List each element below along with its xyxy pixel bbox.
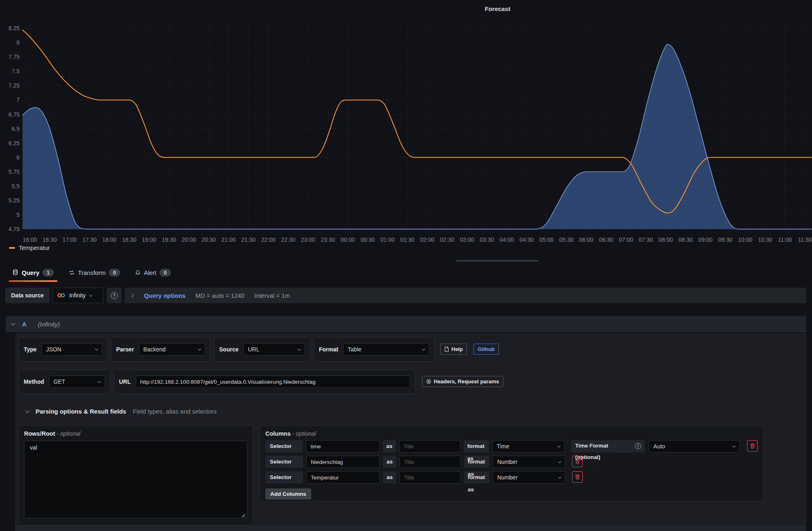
format-label: Format: [319, 346, 338, 353]
add-columns-button[interactable]: Add Columns: [265, 488, 311, 500]
format-as-label: format as: [464, 456, 489, 468]
svg-text:02:00: 02:00: [420, 236, 434, 243]
parser-value: Backend: [144, 346, 166, 353]
datasource-picker[interactable]: Infinity: [53, 288, 103, 303]
svg-text:16:30: 16:30: [43, 236, 57, 243]
columns-optional: - optional: [292, 430, 316, 437]
chevron-down-icon: [732, 444, 736, 447]
tab-alert[interactable]: Alert 0: [135, 267, 171, 282]
parser-select[interactable]: Backend: [139, 343, 205, 356]
collapse-chevron-icon: [25, 408, 29, 413]
forecast-chart: 8.2587.757.57.2576.756.56.2565.755.55.25…: [0, 0, 812, 259]
svg-text:08:30: 08:30: [678, 236, 693, 243]
source-label: Source: [219, 346, 238, 353]
column-format-select[interactable]: Number: [493, 456, 565, 468]
time-format-label: Time Format (optional) i: [571, 440, 645, 452]
parser-fieldset: Parser Backend: [111, 337, 211, 362]
column-row: Selector as format as Number: [265, 456, 758, 468]
column-format-value: Number: [497, 474, 518, 481]
chevron-down-icon: [557, 444, 560, 447]
format-value: Table: [348, 346, 361, 353]
delete-column-button[interactable]: [747, 440, 758, 452]
svg-text:01:30: 01:30: [400, 236, 415, 243]
query-row-header[interactable]: A (Infinity): [6, 316, 806, 332]
github-button[interactable]: Github: [473, 344, 499, 355]
svg-text:17:30: 17:30: [82, 236, 96, 243]
selector-label: Selector: [265, 456, 303, 468]
type-select[interactable]: JSON: [42, 343, 102, 356]
query-options-link[interactable]: Query options: [144, 292, 186, 299]
alias-input[interactable]: [399, 440, 460, 452]
chevron-down-icon: [298, 347, 301, 350]
forecast-panel: 8.2587.757.57.2576.756.56.2565.755.55.25…: [0, 0, 812, 259]
selector-input[interactable]: [306, 471, 380, 484]
svg-text:10:30: 10:30: [758, 236, 772, 243]
svg-text:03:00: 03:00: [460, 236, 474, 243]
info-circle-icon: i: [635, 443, 641, 449]
chevron-down-icon: [558, 475, 561, 478]
svg-text:5: 5: [16, 212, 20, 218]
svg-text:4.75: 4.75: [9, 226, 20, 232]
type-value: JSON: [46, 346, 61, 353]
svg-text:8: 8: [16, 39, 20, 46]
type-fieldset: Type JSON: [18, 337, 108, 362]
source-value: URL: [248, 346, 259, 353]
svg-text:6.75: 6.75: [9, 111, 20, 118]
parser-label: Parser: [116, 346, 134, 353]
database-icon: [12, 269, 18, 276]
format-select[interactable]: Table: [343, 343, 429, 356]
legend-label[interactable]: Temperatur: [19, 244, 50, 251]
tab-alert-count: 0: [159, 269, 170, 277]
format-as-label: format as: [464, 471, 489, 484]
column-row: Selector as format as Number: [265, 471, 758, 484]
svg-text:08:00: 08:00: [659, 236, 673, 243]
url-label: URL: [119, 378, 131, 385]
delete-column-button[interactable]: [572, 471, 583, 483]
headers-params-button[interactable]: Headers, Request params: [422, 376, 503, 387]
query-ref-id: A: [22, 321, 27, 328]
chevron-down-icon: [95, 347, 98, 350]
datasource-help-button[interactable]: ?: [107, 288, 121, 303]
time-format-select[interactable]: Auto: [649, 440, 740, 452]
svg-text:21:00: 21:00: [221, 236, 236, 243]
svg-text:07:30: 07:30: [639, 236, 653, 243]
svg-text:7.75: 7.75: [9, 54, 20, 60]
svg-text:18:30: 18:30: [122, 236, 136, 243]
tab-transform-label: Transform: [78, 269, 106, 276]
source-select[interactable]: URL: [243, 343, 305, 356]
as-label: as: [383, 471, 396, 484]
resize-grip-icon[interactable]: [240, 513, 245, 518]
svg-text:03:30: 03:30: [480, 236, 494, 243]
trash-icon: [575, 474, 580, 480]
svg-text:23:00: 23:00: [301, 236, 315, 243]
svg-text:23:30: 23:30: [321, 236, 335, 243]
help-button[interactable]: Help: [440, 344, 467, 355]
column-format-select[interactable]: Time: [492, 440, 565, 452]
panel-resize-handle[interactable]: [456, 260, 538, 261]
legend-swatch-temperatur: [9, 247, 15, 249]
method-select[interactable]: GET: [49, 376, 105, 388]
alias-input[interactable]: [399, 456, 461, 468]
tab-transform-count: 0: [109, 269, 120, 277]
svg-text:6.5: 6.5: [12, 126, 20, 132]
transform-icon: [69, 270, 75, 276]
alias-input[interactable]: [399, 471, 461, 484]
format-fieldset: Format Table: [314, 337, 435, 362]
query-url-row: Method GET URL Headers, Request params: [18, 369, 801, 394]
column-format-value: Number: [497, 459, 518, 465]
selector-input[interactable]: [306, 456, 380, 468]
parsing-options-header[interactable]: Parsing options & Result fields Field ty…: [18, 408, 801, 415]
tab-query[interactable]: Query 1: [12, 267, 54, 282]
tab-transform[interactable]: Transform 0: [69, 267, 120, 282]
tab-query-label: Query: [22, 269, 39, 276]
selector-input[interactable]: [306, 440, 379, 452]
url-fieldset: URL: [114, 369, 415, 394]
rows-root-title-text: Rows/Root: [24, 430, 55, 437]
url-input[interactable]: [136, 376, 410, 388]
svg-text:7.5: 7.5: [12, 68, 20, 74]
rows-root-textarea[interactable]: val: [24, 441, 247, 518]
query-options-bar[interactable]: Query options MD = auto = 1240 Interval …: [125, 288, 806, 303]
column-format-select[interactable]: Number: [493, 471, 565, 484]
selector-label: Selector: [265, 440, 303, 452]
svg-text:05:30: 05:30: [559, 236, 574, 243]
